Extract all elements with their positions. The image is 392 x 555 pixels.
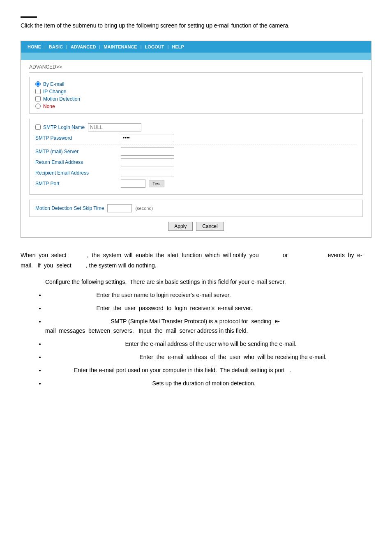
return-email-input[interactable]: [121, 158, 174, 166]
nav-blue-strip: [21, 53, 371, 60]
nav-help[interactable]: HELP: [170, 44, 185, 50]
option-motion-detection-label: Motion Detection: [43, 96, 80, 102]
cancel-button[interactable]: Cancel: [196, 222, 224, 231]
option-none-label: None: [43, 104, 55, 109]
skip-time-unit: (second): [135, 206, 153, 211]
skip-time-input[interactable]: 300: [107, 204, 132, 212]
action-row: Apply Cancel: [29, 222, 363, 231]
smtp-login-label-row[interactable]: SMTP Login Name: [35, 124, 85, 130]
smtp-login-row: SMTP Login Name: [35, 123, 357, 131]
nav-sep-4: |: [141, 44, 142, 49]
description-section: When you select , the system will enable…: [21, 250, 371, 389]
bullet-2: Enter the user password to login receive…: [45, 304, 371, 313]
trigger-options-box: By E-mail IP Change Motion Detection Non…: [29, 77, 363, 114]
option-ip-change-label: IP Change: [43, 89, 67, 94]
option-by-email-label: By E-mail: [43, 81, 64, 87]
radio-none[interactable]: [35, 104, 41, 109]
recipient-email-label: Recipient Email Address: [35, 170, 118, 176]
smtp-divider: [35, 145, 357, 145]
smtp-port-row: SMTP Port 25 Test: [35, 180, 357, 188]
smtp-section: SMTP Login Name SMTP Password SMTP (mail…: [29, 119, 363, 195]
skip-time-label: Motion Detection Set Skip Time: [35, 205, 104, 211]
option-ip-change[interactable]: IP Change: [35, 89, 357, 94]
recipient-email-input[interactable]: [121, 169, 174, 177]
top-line: [21, 16, 37, 18]
nav-sep-1: |: [44, 44, 46, 49]
smtp-port-label: SMTP Port: [35, 181, 118, 187]
trigger-options-group: By E-mail IP Change Motion Detection Non…: [35, 81, 357, 109]
panel-body: ADVANCED>> By E-mail IP Change Motion De…: [21, 60, 371, 237]
apply-button[interactable]: Apply: [168, 222, 193, 231]
skip-time-section: Motion Detection Set Skip Time 300 (seco…: [29, 200, 363, 217]
smtp-password-label: SMTP Password: [35, 135, 118, 141]
smtp-login-name-input[interactable]: [88, 123, 141, 131]
camera-panel: HOME | BASIC | ADVANCED | MAINTENANCE | …: [21, 41, 371, 238]
smtp-server-label: SMTP (mail) Server: [35, 149, 118, 154]
return-email-label: Return Email Address: [35, 159, 118, 165]
bullet-4: Enter the e-mail address of the user who…: [45, 339, 371, 349]
bullet-7: Sets up the duration of motion detection…: [45, 379, 371, 389]
nav-sep-2: |: [66, 44, 67, 49]
option-none[interactable]: None: [35, 104, 357, 109]
option-motion-detection[interactable]: Motion Detection: [35, 96, 357, 102]
nav-advanced[interactable]: ADVANCED: [69, 44, 98, 50]
breadcrumb: ADVANCED>>: [29, 64, 363, 73]
nav-basic[interactable]: BASIC: [47, 44, 65, 50]
bullet-1: Enter the user name to login receiver's …: [45, 290, 371, 300]
nav-sep-5: |: [168, 44, 169, 49]
bullet-6: Enter the e-mail port used on your compu…: [45, 366, 371, 375]
intro-text: Click the item of the submenu to bring u…: [21, 21, 371, 31]
recipient-email-row: Recipient Email Address: [35, 169, 357, 177]
smtp-port-input[interactable]: 25: [121, 180, 145, 188]
smtp-password-input[interactable]: [121, 134, 174, 142]
return-email-row: Return Email Address: [35, 158, 357, 166]
smtp-server-input[interactable]: [121, 147, 174, 156]
desc-para-1: When you select , the system will enable…: [21, 250, 371, 271]
skip-time-row: Motion Detection Set Skip Time 300 (seco…: [35, 204, 357, 212]
checkbox-motion-detection[interactable]: [35, 96, 41, 101]
checkbox-ip-change[interactable]: [35, 89, 41, 94]
radio-by-email[interactable]: [35, 81, 41, 87]
bullet-list: Enter the user name to login receiver's …: [21, 290, 371, 388]
smtp-login-name-label: SMTP Login Name: [43, 124, 85, 130]
smtp-password-row: SMTP Password: [35, 134, 357, 142]
test-button[interactable]: Test: [149, 180, 164, 187]
smtp-server-row: SMTP (mail) Server: [35, 147, 357, 156]
nav-sep-3: |: [99, 44, 100, 49]
option-by-email[interactable]: By E-mail: [35, 81, 357, 87]
nav-maintenance[interactable]: MAINTENANCE: [102, 44, 138, 50]
bullet-3: SMTP (Simple Mail Transfer Protocol) is …: [45, 317, 371, 336]
checkbox-smtp-login[interactable]: [35, 124, 41, 130]
desc-para-2: Configure the following settings. There …: [21, 277, 371, 287]
nav-bar: HOME | BASIC | ADVANCED | MAINTENANCE | …: [21, 41, 371, 53]
nav-home[interactable]: HOME: [26, 44, 43, 50]
bullet-5: Enter the e-mail address of the user who…: [45, 352, 371, 362]
nav-logout[interactable]: LOGOUT: [143, 44, 166, 50]
